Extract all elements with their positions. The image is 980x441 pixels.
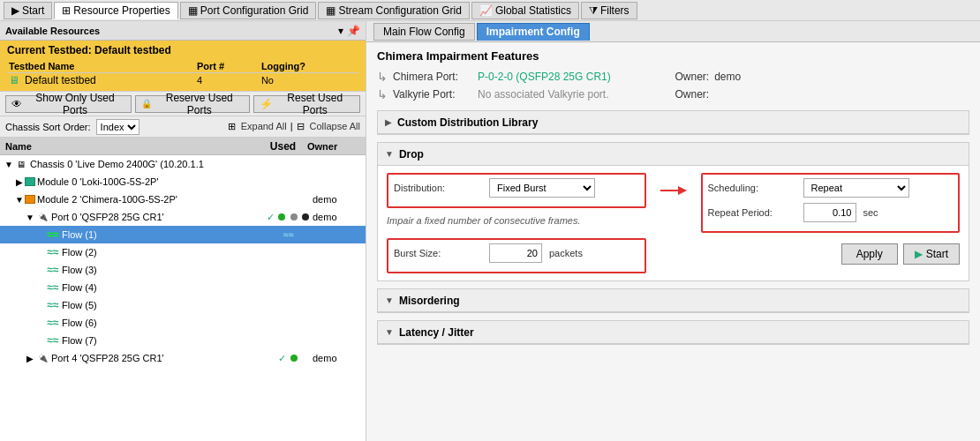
tree-item-flow2[interactable]: ≈≈ Flow (2) [0, 243, 366, 261]
tree-item-flow5[interactable]: ≈≈ Flow (5) [0, 296, 366, 314]
testbed-section: Current Testbed: Default testbed Testbed… [0, 41, 366, 92]
left-panel-pin-icon[interactable]: 📌 [347, 25, 360, 37]
left-panel-header: Available Resources ▾ 📌 [0, 21, 366, 41]
global-stats-icon: 📈 [479, 4, 493, 17]
tab-impairment-config[interactable]: Impairment Config [477, 23, 590, 41]
available-resources-title: Available Resources [5, 26, 100, 36]
tree-arrow-module0[interactable]: ▶ [14, 177, 25, 187]
expand-all-button[interactable]: Expand All [241, 121, 287, 132]
tree-item-flow6[interactable]: ≈≈ Flow (6) [0, 314, 366, 332]
valkyrie-port-row: ↳ Valkyrie Port: No associated Valkyrie … [377, 87, 672, 101]
svg-marker-1 [678, 186, 687, 195]
flow4-label: Flow (4) [62, 282, 264, 293]
apply-start-row: Apply ▶ Start [701, 243, 961, 265]
flow3-icon: ≈≈ [46, 264, 60, 276]
stream-config-icon: ▦ [326, 4, 335, 17]
module0-icon [25, 177, 35, 186]
tab-global-stats[interactable]: 📈 Global Statistics [471, 2, 579, 19]
collapse-all-button[interactable]: Collapse All [310, 121, 360, 132]
distribution-label: Distribution: [394, 183, 482, 193]
start-button[interactable]: ▶ Start [903, 243, 960, 265]
tree-item-flow7[interactable]: ≈≈ Flow (7) [0, 332, 366, 349]
scheduling-select[interactable]: Repeat [803, 178, 909, 198]
tree-item-chassis0[interactable]: ▼ 🖥 Chassis 0 'Live Demo 2400G' (10.20.1… [0, 155, 366, 173]
burst-size-input[interactable] [489, 243, 542, 263]
flow6-label: Flow (6) [62, 318, 264, 328]
tree-arrow-module2[interactable]: ▼ [14, 195, 25, 205]
misordering-title: Misordering [399, 295, 460, 307]
tree-col-owner: Owner [307, 141, 360, 152]
show-only-used-ports-button[interactable]: 👁 Show Only Used Ports [5, 95, 132, 113]
tree-arrow-port0[interactable]: ▼ [25, 213, 35, 222]
distribution-box: Distribution: Fixed Burst [387, 173, 646, 208]
port0-dot-dark [302, 213, 309, 220]
tab-stream-label: Stream Configuration Grid [338, 4, 461, 17]
distribution-select[interactable]: Fixed Burst [489, 178, 595, 198]
port4-label: Port 4 'QSFP28 25G CR1' [51, 353, 264, 363]
port4-icon: 🔌 [35, 352, 49, 364]
reserve-used-ports-button[interactable]: 🔒 Reserve Used Ports [135, 95, 250, 113]
repeat-period-input[interactable] [803, 203, 856, 222]
resource-props-icon: ⊞ [62, 4, 71, 17]
tree-item-module2[interactable]: ▼ Module 2 'Chimera-100G-5S-2P' demo [0, 191, 366, 208]
left-panel-menu-icon[interactable]: ▾ [338, 25, 343, 37]
flow2-icon: ≈≈ [46, 246, 60, 258]
tree-arrow-chassis0[interactable]: ▼ [4, 160, 14, 169]
custom-dist-header[interactable]: ▶ Custom Distribution Library [378, 111, 969, 134]
tree-item-flow3[interactable]: ≈≈ Flow (3) [0, 261, 366, 279]
chimera-port-value: P-0-2-0 (QSFP28 25G CR1) [478, 71, 611, 83]
repeat-period-unit: sec [863, 207, 878, 218]
latency-jitter-section: ▼ Latency / Jitter [377, 320, 969, 345]
burst-size-unit: packets [549, 248, 583, 258]
tab-main-flow[interactable]: Main Flow Config [373, 23, 475, 41]
distribution-hint: Impair a fixed number of consecutive fra… [387, 215, 646, 226]
misordering-arrow: ▼ [385, 295, 394, 305]
drop-title: Drop [399, 148, 424, 161]
chassis-icon: 🖥 [14, 158, 28, 170]
drop-header[interactable]: ▼ Drop [378, 143, 969, 166]
tree-arrow-port4[interactable]: ▶ [25, 354, 35, 363]
drop-section: ▼ Drop Distribution: Fixed Burs [377, 142, 969, 281]
tab-start[interactable]: ▶ Start [4, 2, 52, 19]
misordering-section: ▼ Misordering [377, 288, 969, 313]
testbed-row[interactable]: 🖥 Default testbed 4 No [7, 73, 358, 88]
tree-item-port4[interactable]: ▶ 🔌 Port 4 'QSFP28 25G CR1' ✓ demo [0, 349, 366, 367]
lock-icon: 🔒 [141, 99, 152, 108]
right-panel-content: Chimera Impairment Features ↳ Chimera Po… [366, 42, 980, 441]
flow7-icon: ≈≈ [46, 334, 60, 347]
repeat-period-row: Repeat Period: sec [708, 203, 954, 222]
chimera-info: ↳ Chimera Port: P-0-2-0 (QSFP28 25G CR1)… [377, 70, 969, 101]
tree-item-port0[interactable]: ▼ 🔌 Port 0 'QSFP28 25G CR1' ✓ demo [0, 208, 366, 226]
tree-item-flow1[interactable]: ≈≈ Flow (1) ≈≈ [0, 226, 366, 243]
right-panel: Main Flow Config Impairment Config Chime… [366, 21, 980, 441]
testbed-col-port: Port # [195, 60, 260, 73]
latency-jitter-arrow: ▼ [385, 327, 394, 337]
testbed-col-logging: Logging? [260, 60, 358, 73]
testbed-title: Current Testbed: Default testbed [7, 44, 358, 56]
tab-resource-properties[interactable]: ⊞ Resource Properties [54, 2, 177, 19]
sort-select[interactable]: Index [96, 119, 139, 135]
tab-port-config-label: Port Configuration Grid [200, 4, 309, 17]
apply-button[interactable]: Apply [841, 243, 898, 265]
tree-item-flow4[interactable]: ≈≈ Flow (4) [0, 279, 366, 296]
tab-filters-label: Filters [600, 4, 629, 17]
burst-size-label: Burst Size: [394, 248, 482, 258]
left-panel: Available Resources ▾ 📌 Current Testbed:… [0, 21, 366, 441]
flow4-icon: ≈≈ [46, 281, 60, 294]
scheduling-row: Scheduling: Repeat [708, 178, 954, 198]
valkyrie-port-value: No associated Valkyrie port. [478, 88, 609, 101]
reset-used-ports-button[interactable]: ⚡ Reset Used Ports [253, 95, 360, 113]
tab-stream-config[interactable]: ▦ Stream Configuration Grid [318, 2, 469, 19]
port-config-icon: ▦ [188, 4, 198, 17]
tab-resource-label: Resource Properties [73, 4, 170, 17]
misordering-header[interactable]: ▼ Misordering [378, 289, 969, 312]
latency-jitter-header[interactable]: ▼ Latency / Jitter [378, 321, 969, 344]
tab-port-config[interactable]: ▦ Port Configuration Grid [180, 2, 317, 19]
tree-item-module0[interactable]: ▶ Module 0 'Loki-100G-5S-2P' [0, 173, 366, 191]
flow7-label: Flow (7) [62, 335, 264, 346]
drop-body: Distribution: Fixed Burst Impair a fixed… [378, 166, 969, 280]
drop-arrow: ▼ [385, 149, 394, 159]
chassis0-label: Chassis 0 'Live Demo 2400G' (10.20.1.1 [30, 159, 264, 169]
port0-check-icon: ✓ [267, 212, 275, 222]
tab-filters[interactable]: ⧩ Filters [581, 2, 637, 19]
